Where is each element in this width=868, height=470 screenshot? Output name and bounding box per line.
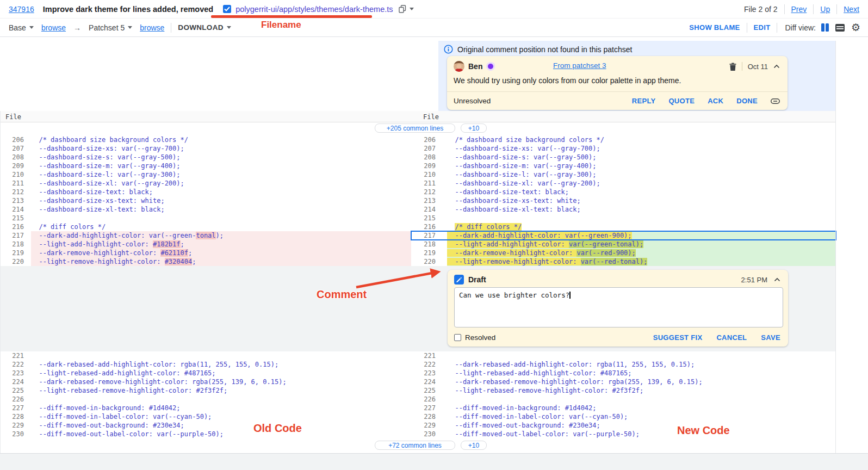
diff-line[interactable]: 215 bbox=[0, 214, 411, 222]
line-number[interactable]: 208 bbox=[411, 153, 447, 162]
prev-file-link[interactable]: Prev bbox=[791, 5, 807, 14]
line-number[interactable]: 209 bbox=[0, 162, 31, 170]
line-number[interactable]: 229 bbox=[0, 421, 31, 430]
line-number[interactable]: 211 bbox=[0, 179, 31, 188]
diff-line[interactable]: 219 --dark-remove-highlight-color: var(-… bbox=[411, 249, 836, 257]
file-path-link[interactable]: polygerrit-ui/app/styles/themes/dark-the… bbox=[235, 5, 393, 14]
line-number[interactable]: 226 bbox=[0, 395, 31, 404]
diff-line[interactable]: 220 --light-remove-highlight-color: #320… bbox=[0, 257, 411, 266]
line-number[interactable]: 217 bbox=[411, 231, 447, 240]
line-number[interactable]: 214 bbox=[411, 205, 447, 214]
line-number[interactable]: 206 bbox=[411, 135, 447, 144]
browse-patchset-link[interactable]: browse bbox=[140, 23, 164, 32]
ack-button[interactable]: ACK bbox=[708, 97, 723, 105]
line-number[interactable]: 220 bbox=[411, 257, 447, 266]
diff-line[interactable]: 213 --dashboard-size-xs-text: white; bbox=[411, 196, 836, 205]
patchset-dropdown[interactable]: Patchset 5 bbox=[89, 23, 132, 32]
side-by-side-view-icon[interactable] bbox=[821, 23, 829, 32]
diff-line[interactable]: 213 --dashboard-size-xs-text: white; bbox=[0, 196, 411, 205]
line-number[interactable]: 208 bbox=[0, 153, 31, 162]
line-number[interactable]: 214 bbox=[0, 205, 31, 214]
line-number[interactable]: 213 bbox=[0, 196, 31, 205]
diff-line[interactable]: 228 --diff-moved-in-label-color: var(--c… bbox=[411, 412, 836, 421]
delete-comment-icon[interactable] bbox=[729, 63, 736, 71]
base-patchset-dropdown[interactable]: Base bbox=[9, 23, 34, 32]
diff-preferences-gear-icon[interactable]: ⚙ bbox=[851, 22, 860, 33]
diff-line[interactable]: 206 /* dashboard size background colors … bbox=[0, 135, 411, 144]
diff-line[interactable]: 221 bbox=[0, 351, 411, 360]
change-number-link[interactable]: 347916 bbox=[9, 5, 34, 14]
diff-line[interactable]: 218 --light-add-highlight-color: #182b1f… bbox=[0, 240, 411, 249]
unified-view-icon[interactable] bbox=[835, 24, 845, 32]
cancel-button[interactable]: CANCEL bbox=[716, 333, 747, 342]
show-blame-button[interactable]: SHOW BLAME bbox=[689, 23, 740, 32]
line-number[interactable]: 215 bbox=[411, 214, 447, 222]
line-number[interactable]: 230 bbox=[0, 430, 31, 438]
diff-line[interactable]: 226 bbox=[0, 395, 411, 404]
diff-line[interactable]: 216 /* diff colors */ bbox=[0, 222, 411, 231]
line-number[interactable]: 216 bbox=[411, 222, 447, 231]
line-number[interactable]: 212 bbox=[411, 188, 447, 196]
diff-line[interactable]: 208 --dashboard-size-s: var(--gray-500); bbox=[0, 153, 411, 162]
diff-line[interactable]: 206 /* dashboard size background colors … bbox=[411, 135, 836, 144]
diff-line[interactable]: 210 --dashboard-size-l: var(--gray-300); bbox=[0, 170, 411, 179]
line-number[interactable]: 219 bbox=[411, 249, 447, 257]
line-number[interactable]: 227 bbox=[0, 404, 31, 412]
line-number[interactable]: 211 bbox=[411, 179, 447, 188]
diff-line[interactable]: 230 --diff-moved-out-label-color: var(--… bbox=[0, 430, 411, 438]
diff-line[interactable]: 228 --diff-moved-in-label-color: var(--c… bbox=[0, 412, 411, 421]
line-number[interactable]: 229 bbox=[411, 421, 447, 430]
diff-line[interactable]: 210 --dashboard-size-l: var(--gray-300); bbox=[411, 170, 836, 179]
line-number[interactable]: 219 bbox=[0, 249, 31, 257]
diff-line[interactable]: 216 /* diff colors */ bbox=[411, 222, 836, 231]
line-number[interactable]: 207 bbox=[411, 144, 447, 153]
expand-common-lines-bottom-button[interactable]: +72 common lines bbox=[375, 441, 455, 450]
resolved-checkbox[interactable] bbox=[454, 334, 461, 341]
quote-button[interactable]: QUOTE bbox=[668, 97, 695, 105]
line-number[interactable]: 217 bbox=[0, 231, 31, 240]
reply-button[interactable]: REPLY bbox=[632, 97, 656, 105]
line-number[interactable]: 225 bbox=[411, 386, 447, 395]
draft-textarea[interactable]: Can we use brighter colors? bbox=[454, 287, 783, 327]
diff-line[interactable]: 211 --dashboard-size-xl: var(--gray-200)… bbox=[411, 179, 836, 188]
next-file-link[interactable]: Next bbox=[844, 5, 859, 14]
line-number[interactable]: 226 bbox=[411, 395, 447, 404]
collapse-comment-chevron-icon[interactable] bbox=[773, 64, 780, 69]
line-number[interactable]: 221 bbox=[411, 351, 447, 360]
line-number[interactable]: 222 bbox=[411, 360, 447, 369]
line-number[interactable]: 218 bbox=[0, 240, 31, 249]
line-number[interactable]: 220 bbox=[0, 257, 31, 266]
diff-line[interactable]: 221 bbox=[411, 351, 836, 360]
diff-line[interactable]: 215 bbox=[411, 214, 836, 222]
diff-line[interactable]: 223 --light-rebased-add-highlight-color:… bbox=[411, 369, 836, 378]
line-number[interactable]: 218 bbox=[411, 240, 447, 249]
edit-button[interactable]: EDIT bbox=[754, 23, 771, 32]
copy-link-icon[interactable] bbox=[771, 98, 780, 104]
expand-common-lines-top-button[interactable]: +205 common lines bbox=[375, 123, 455, 133]
diff-line[interactable]: 209 --dashboard-size-m: var(--gray-400); bbox=[0, 162, 411, 170]
line-number[interactable]: 212 bbox=[0, 188, 31, 196]
line-number[interactable]: 228 bbox=[0, 412, 31, 421]
line-number[interactable]: 230 bbox=[411, 430, 447, 438]
line-number[interactable]: 224 bbox=[411, 378, 447, 386]
up-link[interactable]: Up bbox=[820, 5, 830, 14]
diff-line[interactable]: 222 --dark-rebased-add-highlight-color: … bbox=[411, 360, 836, 369]
line-number[interactable]: 225 bbox=[0, 386, 31, 395]
save-button[interactable]: SAVE bbox=[761, 333, 780, 342]
line-number[interactable]: 223 bbox=[0, 369, 31, 378]
done-button[interactable]: DONE bbox=[736, 97, 758, 105]
diff-line[interactable]: 207 --dashboard-size-xs: var(--gray-700)… bbox=[0, 144, 411, 153]
line-number[interactable]: 206 bbox=[0, 135, 31, 144]
copy-icon[interactable] bbox=[399, 5, 406, 13]
diff-line[interactable]: 214 --dashboard-size-xl-text: black; bbox=[411, 205, 836, 214]
diff-line[interactable]: 220 --light-remove-highlight-color: var(… bbox=[411, 257, 836, 266]
diff-line[interactable]: 227 --diff-moved-in-background: #1d4042; bbox=[411, 404, 836, 412]
diff-line[interactable]: 211 --dashboard-size-xl: var(--gray-200)… bbox=[0, 179, 411, 188]
download-dropdown[interactable]: DOWNLOAD bbox=[178, 23, 231, 32]
diff-line[interactable]: 217 --dark-add-highlight-color: var(--gr… bbox=[0, 231, 411, 240]
expand-10-bottom-button[interactable]: +10 bbox=[461, 441, 487, 450]
diff-line[interactable]: 214 --dashboard-size-xl-text: black; bbox=[0, 205, 411, 214]
reviewed-checkbox[interactable] bbox=[223, 5, 231, 13]
from-patchset-link[interactable]: From patchset 3 bbox=[553, 61, 606, 70]
diff-line[interactable]: 227 --diff-moved-in-background: #1d4042; bbox=[0, 404, 411, 412]
